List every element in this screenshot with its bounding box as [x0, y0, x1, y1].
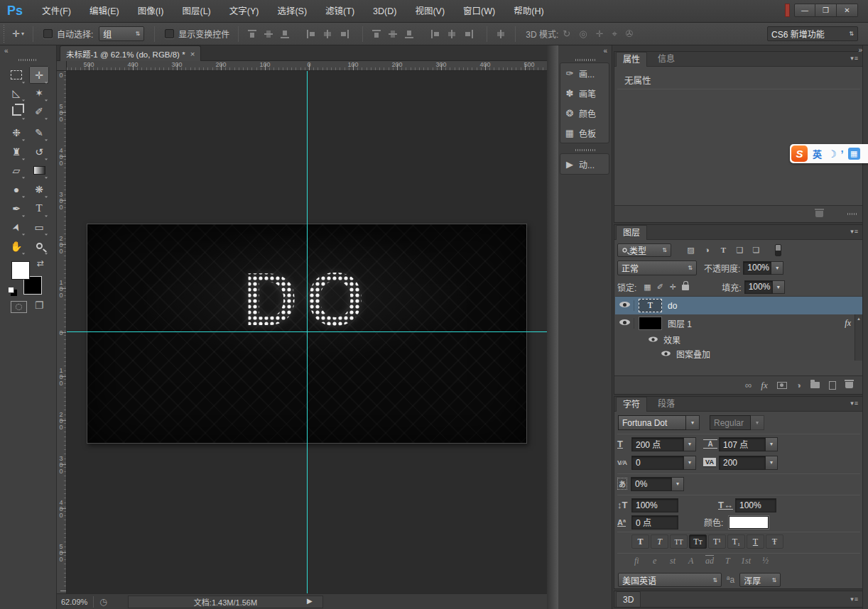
document-info-box[interactable]: 文档:1.43M/1.56M: [128, 596, 323, 608]
3d-zoom-icon[interactable]: ✇: [626, 28, 634, 39]
language-dropdown[interactable]: 美国英语⇅: [618, 573, 722, 587]
dock-grip[interactable]: [575, 59, 595, 61]
foreground-color-swatch[interactable]: [11, 261, 30, 280]
maximize-button[interactable]: ❐: [815, 4, 837, 17]
magic-wand-tool[interactable]: ✶: [29, 84, 49, 102]
filter-adjustment-layers-icon[interactable]: ◑: [699, 246, 715, 254]
dock-edge-strip[interactable]: [862, 45, 868, 609]
document-tab[interactable]: 未标题-1 @ 62.1% (do, RGB/8) * ×: [60, 45, 201, 61]
font-family-field[interactable]: Fortuna Dot: [618, 415, 686, 430]
ime-moon-icon[interactable]: ☽: [828, 148, 837, 160]
sponge-tool[interactable]: ❋: [29, 180, 49, 198]
rectangular-marquee-tool[interactable]: [6, 66, 26, 84]
strikethrough-button[interactable]: Ŧ: [766, 534, 783, 549]
all-caps-button[interactable]: TT: [670, 534, 688, 549]
align-right-edges-icon[interactable]: [339, 29, 349, 39]
dock-grip[interactable]: [575, 149, 595, 151]
toolbar-grip[interactable]: [18, 59, 37, 61]
vertical-scale-field[interactable]: 100%: [631, 498, 678, 512]
panel-menu-icon[interactable]: ▾≡: [850, 596, 859, 603]
distribute-horizontal-centers-icon[interactable]: [447, 29, 457, 39]
panel-collapse-icon[interactable]: »: [858, 46, 862, 54]
blend-mode-dropdown[interactable]: 正常⇅: [617, 260, 697, 275]
swap-colors-icon[interactable]: ⇄: [37, 258, 44, 268]
move-tool[interactable]: ✛: [29, 66, 49, 84]
visibility-eye-icon[interactable]: [661, 350, 671, 357]
resize-grip[interactable]: [847, 213, 857, 215]
vertical-ruler[interactable]: 600 500 400 300 200 100 0 100 200 300 40…: [57, 71, 67, 593]
layer-row-do[interactable]: T do: [615, 297, 862, 314]
layer-row-1[interactable]: 图层 1 fx: [615, 314, 855, 332]
leading-dropdown-arrow[interactable]: ▾: [766, 437, 778, 451]
fill-field[interactable]: 100%: [744, 280, 773, 294]
superscript-button[interactable]: T¹: [708, 534, 726, 549]
minimize-button[interactable]: —: [794, 4, 815, 17]
3d-slide-icon[interactable]: ⌖: [612, 28, 617, 40]
dock-collapse-icon[interactable]: «: [603, 47, 607, 55]
new-adjustment-layer-icon[interactable]: ◑: [796, 380, 801, 390]
fill-dropdown-arrow[interactable]: ▾: [773, 280, 785, 294]
fractions-button[interactable]: ½: [762, 556, 769, 566]
zoom-level-field[interactable]: 62.09%: [61, 598, 87, 606]
font-family-dropdown-arrow[interactable]: ▾: [686, 415, 700, 430]
visibility-eye-icon[interactable]: [619, 300, 630, 309]
layer-name[interactable]: do: [668, 301, 677, 311]
ordinals-button[interactable]: 1st: [741, 556, 751, 566]
baseline-shift-field[interactable]: 0 点: [631, 515, 678, 530]
dock-divider[interactable]: [547, 45, 558, 609]
kerning-field[interactable]: 0: [631, 456, 684, 470]
tool-preset-arrow-icon[interactable]: ▾: [21, 31, 24, 37]
horizontal-ruler[interactable]: 500 400 300 200 100 0 100 200 300 400 50…: [67, 61, 547, 71]
distribute-top-edges-icon[interactable]: [371, 29, 382, 39]
menu-select[interactable]: 选择(S): [268, 0, 316, 23]
menu-layer[interactable]: 图层(L): [173, 0, 219, 23]
distribute-vertical-centers-icon[interactable]: [388, 29, 398, 39]
layer-fx-badge[interactable]: fx: [845, 318, 851, 329]
font-style-field[interactable]: Regular: [710, 415, 751, 430]
distribute-left-edges-icon[interactable]: [430, 29, 441, 39]
anti-alias-dropdown[interactable]: 浑厚⇅: [739, 573, 781, 587]
quick-mask-icon[interactable]: [11, 301, 27, 313]
healing-brush-tool[interactable]: ❉: [6, 124, 26, 141]
effects-row[interactable]: 效果: [615, 332, 855, 346]
auto-select-checkbox[interactable]: [43, 29, 53, 38]
auto-select-dropdown[interactable]: 组⇅: [99, 26, 144, 41]
trash-icon[interactable]: [815, 211, 823, 217]
kerning-dropdown-arrow[interactable]: ▾: [684, 456, 696, 470]
lasso-tool[interactable]: ◺: [6, 84, 26, 102]
gradient-tool[interactable]: [29, 161, 49, 179]
show-transform-checkbox[interactable]: [165, 29, 174, 38]
pattern-overlay-row[interactable]: 图案叠加: [615, 346, 855, 361]
layers-scrollbar[interactable]: ▲: [855, 314, 862, 361]
menu-image[interactable]: 图像(I): [129, 0, 173, 23]
history-brush-tool[interactable]: ↺: [29, 143, 49, 160]
ime-keyboard-icon[interactable]: ▦: [848, 148, 860, 160]
filter-shape-layers-icon[interactable]: ❑: [732, 246, 748, 255]
3d-rotate-icon[interactable]: ↻: [563, 28, 570, 39]
ime-punctuation-icon[interactable]: ’: [841, 148, 844, 160]
opacity-field[interactable]: 100%: [743, 261, 771, 275]
tracking-dropdown-arrow[interactable]: ▾: [766, 456, 778, 470]
filter-toggle-switch[interactable]: [775, 244, 781, 256]
tsume-field[interactable]: 0%: [631, 477, 672, 491]
new-group-icon[interactable]: [810, 382, 820, 388]
workspace-dropdown[interactable]: CS6 新增功能⇅: [767, 26, 858, 41]
default-colors-icon[interactable]: [8, 287, 14, 293]
opacity-dropdown-arrow[interactable]: ▾: [771, 261, 783, 275]
dock-item-swatches[interactable]: ▦ 色板: [560, 123, 609, 143]
tab-close-icon[interactable]: ×: [190, 50, 195, 58]
panel-menu-icon[interactable]: ▾≡: [850, 400, 859, 407]
lock-all-icon[interactable]: [682, 285, 689, 290]
path-selection-tool[interactable]: ➤: [6, 218, 26, 236]
zoom-tool[interactable]: [29, 237, 49, 255]
ligatures-button[interactable]: fi: [634, 556, 639, 566]
panel-menu-icon[interactable]: ▾≡: [850, 228, 859, 235]
dock-item-color[interactable]: ❂ 颜色: [560, 103, 609, 123]
hand-tool[interactable]: ✋: [6, 237, 26, 255]
faux-italic-button[interactable]: T: [651, 534, 668, 549]
stylistic-alternates-button[interactable]: ad: [705, 556, 714, 566]
close-button[interactable]: ✕: [837, 4, 858, 17]
tab-3d[interactable]: 3D: [616, 591, 641, 607]
dock-item-brushes[interactable]: ✽ 画笔: [560, 83, 609, 103]
swash-button[interactable]: A: [688, 556, 693, 566]
